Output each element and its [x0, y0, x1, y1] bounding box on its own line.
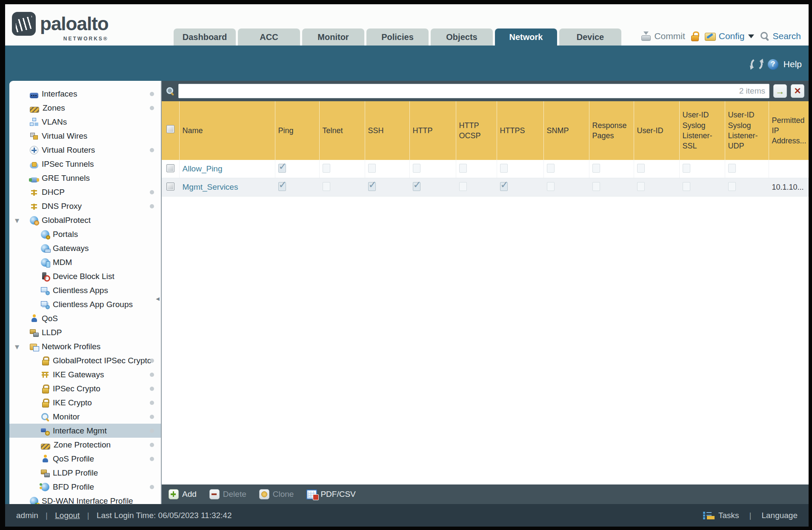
add-button[interactable]: Add [169, 489, 197, 499]
clone-button[interactable]: Clone [259, 489, 294, 499]
sidebar-collapse-handle[interactable]: ◀ [155, 293, 160, 304]
column-header-https[interactable]: HTTPS [497, 101, 543, 160]
sidebar-item-device-block-list[interactable]: Device Block List [9, 269, 161, 283]
language-link[interactable]: Language [761, 511, 798, 520]
sidebar-item-label: Portals [53, 230, 78, 239]
column-header-permitted-ip[interactable]: Permitted IP Address... [769, 101, 809, 160]
delete-button[interactable]: Delete [209, 489, 246, 499]
expander-icon[interactable]: ▼ [15, 343, 19, 350]
sidebar-item-sd-wan-interface-profile[interactable]: SD-WAN Interface Profile [9, 494, 161, 504]
sidebar-item-dns-proxy[interactable]: DNS Proxy [9, 199, 161, 213]
help-label[interactable]: Help [783, 59, 802, 69]
status-dot [150, 190, 154, 194]
sidebar-item-qos-profile[interactable]: QoS Profile [9, 452, 161, 466]
tab-dashboard[interactable]: Dashboard [174, 28, 236, 46]
column-header-user-id[interactable]: User-ID [634, 101, 679, 160]
sidebar-item-label: Interface Mgmt [53, 426, 107, 436]
sidebar-item-vlans[interactable]: VLANs [9, 115, 161, 129]
snmp-checkbox [547, 182, 555, 191]
sidebar-item-monitor[interactable]: Monitor [9, 410, 161, 424]
row-name-link[interactable]: Mgmt_Services [183, 182, 238, 191]
help-icon[interactable] [768, 59, 778, 70]
sidebar-item-gre-tunnels[interactable]: GRE Tunnels [9, 171, 161, 185]
sidebar-item-label: DHCP [42, 188, 65, 197]
row-name-link[interactable]: Allow_Ping [183, 164, 223, 173]
pdf-csv-button[interactable]: PDF/CSV [306, 490, 355, 499]
lock-icon[interactable] [691, 31, 699, 41]
sidebar-item-label: Zone Protection [54, 440, 111, 450]
sidebar-item-ike-crypto[interactable]: IKE Crypto [9, 396, 161, 410]
search-button[interactable]: Search [760, 31, 801, 41]
sidebar-item-network-profiles[interactable]: ▼Network Profiles [9, 339, 161, 353]
tab-monitor[interactable]: Monitor [302, 28, 364, 46]
tab-objects[interactable]: Objects [431, 28, 493, 46]
row-checkbox[interactable] [166, 164, 174, 172]
tab-network[interactable]: Network [495, 28, 557, 46]
sidebar-item-virtual-routers[interactable]: Virtual Routers [9, 143, 161, 157]
sidebar-item-mdm[interactable]: MDM [9, 255, 161, 269]
sidebar-item-label: VLANs [42, 117, 67, 127]
logout-link[interactable]: Logout [55, 511, 80, 520]
column-header-response-pages[interactable]: Response Pages [589, 101, 634, 160]
sidebar-item-label: QoS Profile [53, 454, 94, 464]
logged-in-user: admin [16, 511, 38, 520]
search-label: Search [772, 31, 801, 41]
sidebar-item-interface-mgmt[interactable]: Interface Mgmt [9, 424, 161, 438]
column-header-telnet[interactable]: Telnet [319, 101, 365, 160]
item-count: 2 items [739, 86, 765, 96]
column-header-ssh[interactable]: SSH [365, 101, 409, 160]
sidebar-item-ike-gateways[interactable]: IKE Gateways [9, 368, 161, 382]
apply-filter-button[interactable]: → [773, 84, 787, 98]
sidebar-item-label: IPSec Tunnels [42, 160, 94, 169]
clone-label: Clone [273, 490, 294, 499]
sidebar-item-ipsec-tunnels[interactable]: IPSec Tunnels [9, 157, 161, 171]
tasks-link[interactable]: Tasks [718, 511, 739, 520]
status-dot [150, 373, 154, 377]
column-header-snmp[interactable]: SNMP [543, 101, 589, 160]
config-menu-button[interactable]: Config [705, 31, 755, 41]
sidebar-item-qos[interactable]: QoS [9, 311, 161, 325]
sidebar-item-zones[interactable]: Zones [9, 101, 161, 115]
sidebar-item-zone-protection[interactable]: Zone Protection [9, 438, 161, 452]
main-area: InterfacesZonesVLANsVirtual WiresVirtual… [5, 81, 809, 504]
refresh-icon[interactable] [749, 57, 763, 71]
interface-mgmt-table: Name Ping Telnet SSH HTTP HTTP OCSP HTTP… [162, 101, 809, 197]
tab-policies[interactable]: Policies [366, 28, 429, 46]
clear-filter-button[interactable]: × [791, 84, 804, 98]
column-header-name[interactable]: Name [179, 101, 275, 160]
sidebar-item-lldp[interactable]: LLDP [9, 325, 161, 339]
sidebar-item-gateways[interactable]: Gateways [9, 241, 161, 255]
gre-icon [30, 177, 38, 182]
commit-button[interactable]: Commit [641, 31, 685, 41]
row-checkbox[interactable] [166, 182, 174, 191]
filter-input[interactable] [178, 84, 769, 98]
column-header-ping[interactable]: Ping [275, 101, 319, 160]
column-header-uid-syslog-udp[interactable]: User-ID Syslog Listener-UDP [725, 101, 769, 160]
status-dot [150, 148, 154, 152]
sidebar-item-globalprotect-ipsec-crypto[interactable]: GlobalProtect IPSec Crypto [9, 353, 161, 368]
globalprotect-icon [30, 216, 38, 225]
tab-device[interactable]: Device [559, 28, 621, 46]
sidebar-item-virtual-wires[interactable]: Virtual Wires [9, 129, 161, 143]
title-band: Help [5, 46, 809, 81]
column-header-uid-syslog-ssl[interactable]: User-ID Syslog Listener-SSL [679, 101, 725, 160]
sidebar-item-clientless-apps[interactable]: Clientless Apps [9, 283, 161, 297]
sidebar-item-interfaces[interactable]: Interfaces [9, 87, 161, 101]
column-header-http[interactable]: HTTP [409, 101, 456, 160]
sidebar-item-ipsec-crypto[interactable]: IPSec Crypto [9, 382, 161, 396]
column-header-http-ocsp[interactable]: HTTP OCSP [456, 101, 497, 160]
delete-label: Delete [223, 490, 246, 499]
tab-acc[interactable]: ACC [238, 28, 300, 46]
http-checkbox [413, 182, 420, 191]
select-all-checkbox[interactable] [166, 125, 174, 133]
sidebar-item-label: Virtual Wires [42, 131, 87, 141]
sidebar-item-dhcp[interactable]: DHCP [9, 185, 161, 199]
sidebar-item-bfd-profile[interactable]: BFD Profile [9, 480, 161, 494]
sidebar-item-label: Monitor [53, 412, 80, 422]
sidebar-item-label: Clientless Apps [53, 286, 108, 295]
sidebar-item-globalprotect[interactable]: ▼GlobalProtect [9, 213, 161, 227]
expander-icon[interactable]: ▼ [15, 217, 19, 223]
sidebar-item-portals[interactable]: Portals [9, 227, 161, 241]
sidebar-item-clientless-app-groups[interactable]: Clientless App Groups [9, 297, 161, 311]
sidebar-item-lldp-profile[interactable]: LLDP Profile [9, 466, 161, 480]
